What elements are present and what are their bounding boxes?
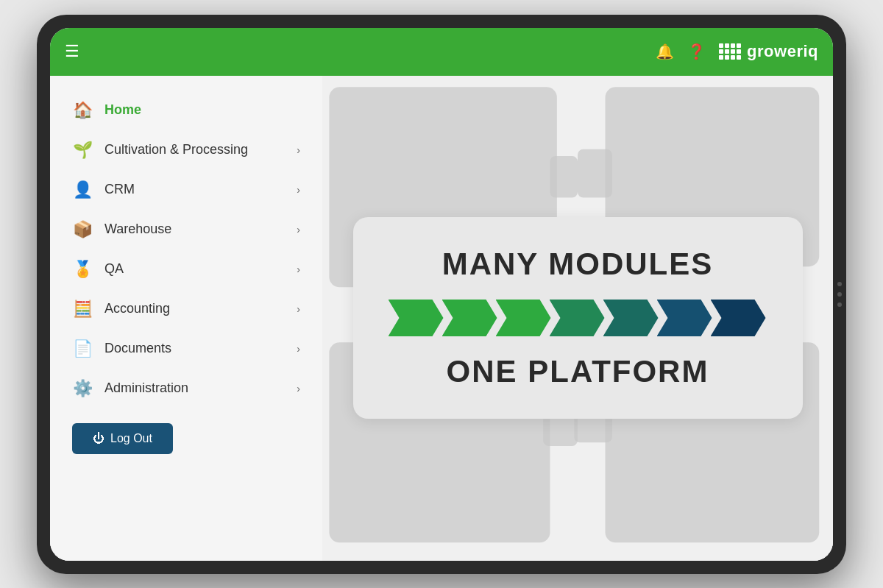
logout-button[interactable]: ⏻ Log Out bbox=[72, 423, 173, 454]
warehouse-icon: 📦 bbox=[72, 220, 93, 239]
sidebar-item-accounting[interactable]: 🧮 Accounting › bbox=[50, 289, 322, 329]
svg-rect-1 bbox=[550, 156, 578, 197]
side-dot-2 bbox=[837, 292, 842, 297]
sidebar-label-cultivation: Cultivation & Processing bbox=[104, 142, 285, 157]
sidebar-label-warehouse: Warehouse bbox=[104, 222, 285, 237]
chevron-right-icon: › bbox=[297, 303, 300, 315]
help-icon[interactable]: ❓ bbox=[687, 43, 706, 60]
chevron-right-icon: › bbox=[297, 224, 300, 235]
arrow-5 bbox=[603, 300, 659, 336]
arrow-4 bbox=[550, 300, 605, 336]
tablet-screen: ☰ 🔔 ❓ groweriq bbox=[50, 28, 833, 561]
sidebar-item-documents[interactable]: 📄 Documents › bbox=[50, 329, 322, 369]
cultivation-icon: 🌱 bbox=[72, 141, 93, 160]
sidebar-item-qa[interactable]: 🏅 QA › bbox=[50, 249, 322, 289]
tablet-device: ☰ 🔔 ❓ groweriq bbox=[37, 15, 846, 574]
arrow-2 bbox=[442, 300, 497, 336]
sidebar-item-administration[interactable]: ⚙️ Administration › bbox=[50, 369, 322, 408]
header-left: ☰ bbox=[65, 42, 79, 61]
documents-icon: 📄 bbox=[72, 339, 93, 358]
sidebar-label-documents: Documents bbox=[104, 341, 285, 356]
sidebar-label-home: Home bbox=[104, 102, 300, 118]
app-header: ☰ 🔔 ❓ groweriq bbox=[50, 28, 833, 76]
tablet-side-dots bbox=[837, 282, 842, 307]
chevron-right-icon: › bbox=[297, 263, 300, 275]
center-promo-card: MANY MODULES ONE PLATFORM bbox=[353, 217, 803, 419]
arrow-7 bbox=[711, 300, 766, 336]
side-dot-3 bbox=[837, 302, 842, 307]
svg-rect-5 bbox=[578, 149, 612, 197]
arrow-1 bbox=[389, 300, 444, 336]
brand-logo: groweriq bbox=[719, 42, 818, 61]
sidebar-label-accounting: Accounting bbox=[104, 301, 285, 316]
notification-bell-icon[interactable]: 🔔 bbox=[656, 43, 674, 60]
content-area: 🏠 Home 🌱 Cultivation & Processing › 👤 CR… bbox=[50, 76, 833, 561]
chevron-right-icon: › bbox=[297, 343, 300, 355]
one-platform-heading: ONE PLATFORM bbox=[390, 354, 766, 389]
logout-icon: ⏻ bbox=[93, 432, 104, 445]
arrows-row bbox=[390, 300, 766, 336]
sidebar-item-cultivation[interactable]: 🌱 Cultivation & Processing › bbox=[50, 130, 322, 170]
sidebar-label-crm: CRM bbox=[104, 182, 285, 197]
home-icon: 🏠 bbox=[72, 101, 93, 120]
sidebar-item-warehouse[interactable]: 📦 Warehouse › bbox=[50, 210, 322, 249]
main-content-area: MANY MODULES ONE PLATFORM bbox=[322, 76, 833, 561]
sidebar: 🏠 Home 🌱 Cultivation & Processing › 👤 CR… bbox=[50, 76, 322, 561]
side-dot-1 bbox=[837, 282, 842, 286]
sidebar-item-home[interactable]: 🏠 Home bbox=[50, 91, 322, 130]
chevron-right-icon: › bbox=[297, 383, 300, 394]
accounting-icon: 🧮 bbox=[72, 300, 93, 319]
logout-label: Log Out bbox=[110, 432, 152, 445]
header-right: 🔔 ❓ groweriq bbox=[656, 42, 818, 61]
arrow-6 bbox=[657, 300, 712, 336]
brand-name-text: groweriq bbox=[747, 42, 818, 61]
hamburger-menu-icon[interactable]: ☰ bbox=[65, 42, 79, 61]
chevron-right-icon: › bbox=[297, 144, 300, 156]
crm-icon: 👤 bbox=[72, 180, 93, 199]
sidebar-item-crm[interactable]: 👤 CRM › bbox=[50, 170, 322, 210]
arrow-3 bbox=[496, 300, 551, 336]
chevron-right-icon: › bbox=[297, 184, 300, 196]
sidebar-label-qa: QA bbox=[104, 261, 285, 277]
many-modules-heading: MANY MODULES bbox=[390, 247, 766, 282]
administration-icon: ⚙️ bbox=[72, 379, 93, 398]
qa-icon: 🏅 bbox=[72, 260, 93, 279]
logout-section: ⏻ Log Out bbox=[72, 423, 300, 454]
sidebar-label-administration: Administration bbox=[104, 380, 285, 396]
brand-grid-icon bbox=[719, 43, 741, 60]
